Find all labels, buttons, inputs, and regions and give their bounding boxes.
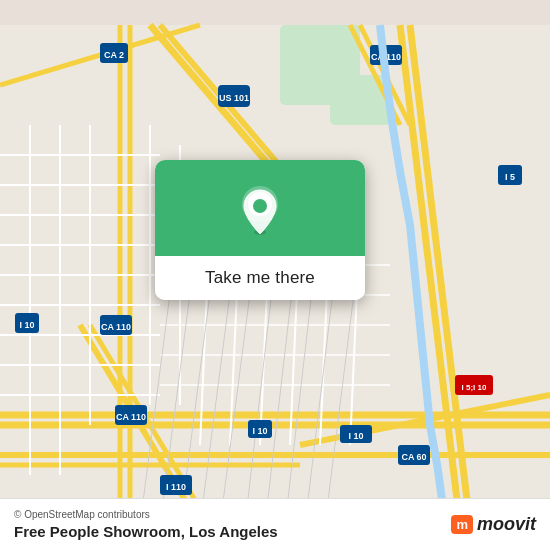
card-overlay: Take me there xyxy=(155,160,365,300)
svg-text:I 5: I 5 xyxy=(505,172,515,182)
moovit-m-icon: m xyxy=(451,515,473,534)
svg-text:I 5;I 10: I 5;I 10 xyxy=(462,383,487,392)
svg-point-82 xyxy=(253,199,267,213)
svg-text:CA 2: CA 2 xyxy=(104,50,124,60)
svg-text:I 10: I 10 xyxy=(19,320,34,330)
attribution-text: © OpenStreetMap contributors xyxy=(14,509,278,520)
card-top xyxy=(155,160,365,256)
svg-text:CA 110: CA 110 xyxy=(101,322,131,332)
map-container: US 101 CA 2 CA 110 I 10 CA 110 I 10 I 10… xyxy=(0,0,550,550)
moovit-logo: m moovit xyxy=(451,514,536,535)
place-name: Free People Showroom, Los Angeles xyxy=(14,523,278,540)
svg-text:CA 110: CA 110 xyxy=(116,412,146,422)
bottom-bar: © OpenStreetMap contributors Free People… xyxy=(0,498,550,550)
bottom-left: © OpenStreetMap contributors Free People… xyxy=(14,509,278,540)
svg-text:US 101: US 101 xyxy=(219,93,249,103)
svg-text:I 10: I 10 xyxy=(348,431,363,441)
take-me-there-button[interactable]: Take me there xyxy=(155,256,365,300)
svg-text:CA 60: CA 60 xyxy=(401,452,426,462)
moovit-label: moovit xyxy=(477,514,536,535)
location-pin-icon xyxy=(236,182,284,238)
svg-text:I 110: I 110 xyxy=(166,482,186,492)
svg-text:I 10: I 10 xyxy=(252,426,267,436)
